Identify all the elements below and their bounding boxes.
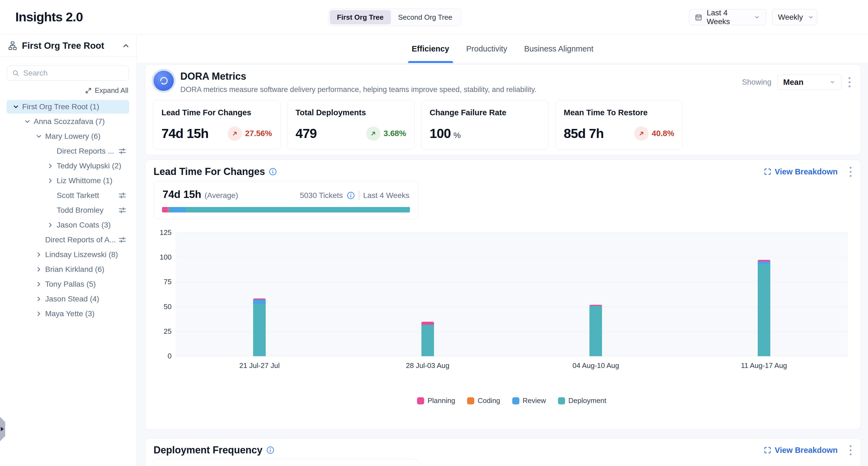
stacked-bar[interactable] xyxy=(422,322,434,356)
chevron-right-icon[interactable] xyxy=(35,251,45,259)
granularity-value: Weekly xyxy=(778,13,803,22)
stacked-bar[interactable] xyxy=(758,260,770,356)
date-range-dropdown[interactable]: Last 4 Weeks xyxy=(689,9,766,25)
view-breakdown-button[interactable]: View Breakdown xyxy=(764,167,838,176)
search-input[interactable] xyxy=(23,69,124,78)
tree-item-mary-lowery-6[interactable]: Mary Lowery (6) xyxy=(6,129,129,143)
legend-item-deployment: Deployment xyxy=(558,397,607,405)
lead-time-title: Lead Time For Changes xyxy=(154,166,265,177)
org-tree-tab-first-org-tree[interactable]: First Org Tree xyxy=(330,10,391,24)
chevron-down-icon xyxy=(807,14,814,21)
collapse-panel-chevron-up-icon[interactable] xyxy=(122,41,130,50)
tree-item-label: Tony Pallas (5) xyxy=(45,280,96,289)
metric-cards-row: Lead Time For Changes74d 15h27.56%Total … xyxy=(153,100,683,149)
sidebar-header: First Org Tree Root xyxy=(0,35,136,57)
calendar-icon xyxy=(695,13,702,21)
filter-sliders-icon[interactable] xyxy=(118,147,126,155)
search-icon xyxy=(12,69,20,77)
divider xyxy=(359,191,359,200)
chevron-right-icon[interactable] xyxy=(35,310,45,318)
chevron-right-icon[interactable] xyxy=(47,177,57,185)
tab-efficiency[interactable]: Efficiency xyxy=(412,35,449,63)
dora-kebab-menu-icon[interactable] xyxy=(847,75,851,89)
y-tick-label: 50 xyxy=(154,302,172,311)
tree-item-jason-stead-4[interactable]: Jason Stead (4) xyxy=(6,292,129,306)
org-tree: First Org Tree Root (1)Anna Scozzafava (… xyxy=(6,100,129,322)
showing-label: Showing xyxy=(742,78,771,87)
tree-item-label: Brian Kirkland (6) xyxy=(45,265,104,274)
tree-item-anna-scozzafava-7[interactable]: Anna Scozzafava (7) xyxy=(6,115,129,128)
chevron-down-icon[interactable] xyxy=(24,117,34,126)
granularity-dropdown[interactable]: Weekly xyxy=(772,9,817,25)
tree-item-scott-tarkett[interactable]: Scott Tarkett xyxy=(6,188,129,202)
stacked-bar[interactable] xyxy=(253,298,266,356)
bar-slot-21-jul-27-jul xyxy=(176,233,344,356)
deployment-frequency-title: Deployment Frequency xyxy=(154,444,262,456)
deployment-frequency-kebab-menu-icon[interactable] xyxy=(848,443,852,457)
expand-all-label: Expand All xyxy=(95,86,128,95)
tree-item-direct-reports-of-a[interactable]: Direct Reports of A... xyxy=(6,233,129,247)
chevron-right-icon[interactable] xyxy=(35,280,45,288)
page: Insights 2.0 First Org TreeSecond Org Tr… xyxy=(0,0,868,466)
info-icon[interactable] xyxy=(347,192,355,200)
filter-sliders-icon[interactable] xyxy=(118,192,126,200)
legend-label: Deployment xyxy=(568,397,607,405)
tree-item-maya-yette-3[interactable]: Maya Yette (3) xyxy=(6,307,129,321)
tree-item-label: Jason Coats (3) xyxy=(57,221,111,229)
showing-row: Showing Mean xyxy=(742,75,851,90)
metric-unit: % xyxy=(454,130,461,140)
filter-sliders-icon[interactable] xyxy=(118,236,126,244)
info-icon[interactable] xyxy=(266,446,275,454)
trend-percent: 40.8% xyxy=(652,129,674,138)
summary-period: Last 4 Weeks xyxy=(363,191,409,200)
tree-item-liz-whittome-1[interactable]: Liz Whittome (1) xyxy=(6,174,129,187)
bar-slot-11-aug-17-aug xyxy=(680,233,848,356)
tree-item-jason-coats-3[interactable]: Jason Coats (3) xyxy=(6,218,129,232)
aggregation-dropdown[interactable]: Mean xyxy=(777,75,841,90)
expand-corners-icon xyxy=(764,446,771,454)
tree-item-tony-pallas-5[interactable]: Tony Pallas (5) xyxy=(6,278,129,291)
chevron-right-icon[interactable] xyxy=(35,265,45,273)
chevron-right-icon[interactable] xyxy=(47,162,57,170)
expand-corners-icon xyxy=(764,168,771,175)
lead-time-header: Lead Time For Changes View Breakdown xyxy=(154,165,852,178)
info-icon[interactable] xyxy=(269,168,277,176)
tree-item-lindsay-liszewski-8[interactable]: Lindsay Liszewski (8) xyxy=(6,248,129,261)
chart-legend: PlanningCodingReviewDeployment xyxy=(176,397,848,405)
chevron-down-icon[interactable] xyxy=(35,132,45,141)
tree-item-first-org-tree-root-1[interactable]: First Org Tree Root (1) xyxy=(6,100,129,114)
chevron-right-icon[interactable] xyxy=(47,221,57,229)
view-breakdown-button[interactable]: View Breakdown xyxy=(764,446,838,455)
tree-item-label: Jason Stead (4) xyxy=(45,295,99,303)
filter-sliders-icon[interactable] xyxy=(118,206,126,214)
tree-item-todd-bromley[interactable]: Todd Bromley xyxy=(6,203,129,217)
bar-slot-28-jul-03-aug xyxy=(344,233,512,356)
tree-item-label: Liz Whittome (1) xyxy=(57,176,113,185)
tree-item-label: Lindsay Liszewski (8) xyxy=(45,250,118,259)
deployment-frequency-header: Deployment Frequency View Breakdown xyxy=(154,444,852,457)
chevron-right-icon[interactable] xyxy=(35,295,45,303)
legend-item-coding: Coding xyxy=(467,397,500,405)
metric-card-change-failure-rate: Change Failure Rate100% xyxy=(421,100,549,149)
tree-item-direct-reports[interactable]: Direct Reports ... xyxy=(6,144,129,158)
sidebar: First Org Tree Root Expand All First Org… xyxy=(0,35,137,466)
tree-item-brian-kirkland-6[interactable]: Brian Kirkland (6) xyxy=(6,263,129,276)
chevron-down-icon[interactable] xyxy=(12,103,22,111)
lead-time-kebab-menu-icon[interactable] xyxy=(848,165,852,179)
bar-segment-planning xyxy=(422,322,434,325)
tab-business-alignment[interactable]: Business Alignment xyxy=(524,35,593,63)
y-tick-label: 25 xyxy=(154,327,172,336)
x-tick-label: 28 Jul-03 Aug xyxy=(344,361,512,370)
bar-segment-deployment xyxy=(589,306,602,356)
summary-qualifier: (Average) xyxy=(205,191,238,200)
expand-all-button[interactable]: Expand All xyxy=(85,86,128,95)
view-breakdown-label: View Breakdown xyxy=(775,167,838,176)
aggregation-value: Mean xyxy=(783,78,803,87)
sidebar-search xyxy=(7,65,129,81)
tree-item-teddy-wylupski-2[interactable]: Teddy Wylupski (2) xyxy=(6,159,129,173)
tab-productivity[interactable]: Productivity xyxy=(466,35,507,63)
tree-item-label: Scott Tarkett xyxy=(57,191,99,200)
org-tree-tab-second-org-tree[interactable]: Second Org Tree xyxy=(391,10,460,24)
stacked-bar[interactable] xyxy=(589,305,602,356)
legend-item-review: Review xyxy=(512,397,546,405)
